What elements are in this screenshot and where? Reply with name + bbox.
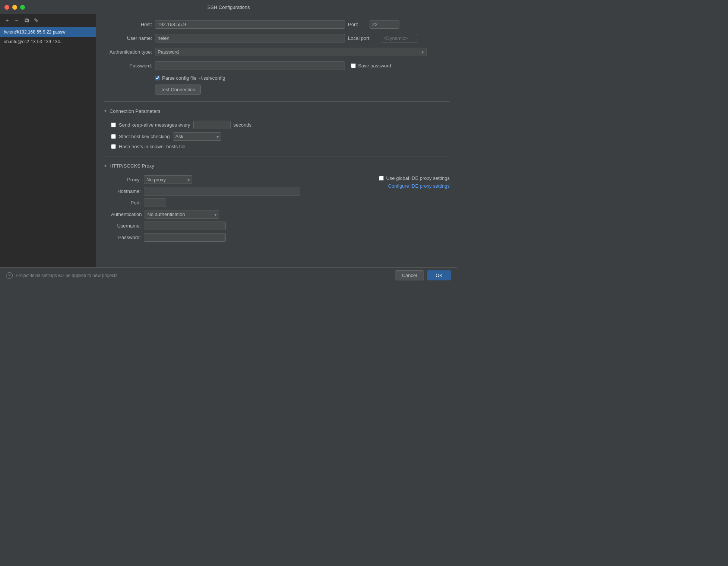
proxy-right: Use global IDE proxy settings Configure …: [379, 175, 450, 189]
connection-params-chevron-icon: ▼: [104, 109, 107, 113]
host-input[interactable]: [155, 20, 345, 29]
proxy-port-label: Port:: [111, 200, 141, 206]
proxy-username-row: Username:: [111, 222, 379, 230]
content-panel: Host: Port: User name: Local port: Authe…: [96, 14, 457, 267]
sidebar: + − ⧉ ✎ helen@192.168.55.9:22 passw ubun…: [0, 14, 96, 267]
auth-type-row: Authentication type: Password Key pair O…: [104, 48, 450, 56]
proxy-port-row: Port:: [111, 198, 379, 207]
proxy-password-input[interactable]: [144, 233, 226, 242]
proxy-port-input[interactable]: [144, 198, 166, 207]
proxy-auth-select-wrapper: No authentication Password Key pair ▾: [145, 210, 219, 219]
parse-config-checkbox[interactable]: [155, 76, 160, 80]
hash-hosts-checkbox[interactable]: [111, 144, 116, 149]
title-bar: SSH Configurations: [0, 0, 457, 14]
port-label: Port:: [348, 22, 367, 27]
bottom-help: ? Project-level settings will be applied…: [6, 272, 391, 279]
proxy-hostname-row: Hostname:: [111, 187, 379, 195]
sidebar-toolbar: + − ⧉ ✎: [0, 14, 96, 27]
hash-hosts-label: Hash hosts in known_hosts file: [119, 144, 185, 149]
proxy-header[interactable]: ▼ HTTP/SOCKS Proxy: [104, 163, 450, 169]
auth-type-select[interactable]: Password Key pair OpenSSH config and aut…: [155, 48, 427, 56]
connection-params-body: Send keep-alive messages every seconds S…: [104, 121, 450, 149]
main-layout: + − ⧉ ✎ helen@192.168.55.9:22 passw ubun…: [0, 14, 457, 267]
save-password-label: Save password: [358, 63, 391, 69]
proxy-select-wrapper: No proxy HTTP SOCKS4 SOCKS5 ▾: [144, 175, 192, 184]
username-label: User name:: [104, 35, 152, 41]
add-button[interactable]: +: [3, 16, 11, 25]
ok-button[interactable]: OK: [427, 270, 451, 280]
save-password-checkbox[interactable]: [351, 63, 356, 68]
username-input[interactable]: [155, 34, 345, 42]
cancel-button[interactable]: Cancel: [395, 270, 424, 280]
port-input[interactable]: [370, 20, 399, 29]
proxy-chevron-icon: ▼: [104, 164, 107, 168]
password-row: Password: Save password: [104, 61, 450, 70]
proxy-password-row: Password:: [111, 233, 379, 242]
strict-host-select[interactable]: Ask Yes No: [173, 132, 221, 141]
auth-type-label: Authentication type:: [104, 49, 152, 55]
keep-alive-label: Send keep-alive messages every: [119, 122, 190, 128]
proxy-auth-label: Authentication: [111, 212, 142, 217]
auth-type-select-wrapper: Password Key pair OpenSSH config and aut…: [155, 48, 427, 56]
password-input[interactable]: [155, 61, 345, 70]
use-global-proxy-checkbox[interactable]: [379, 176, 384, 181]
seconds-label: seconds: [234, 122, 251, 128]
strict-host-row: Strict host key checking Ask Yes No ▾: [111, 132, 450, 141]
username-row: User name: Local port:: [104, 34, 450, 42]
remove-button[interactable]: −: [13, 16, 21, 25]
keep-alive-row: Send keep-alive messages every seconds: [111, 121, 450, 129]
strict-host-label: Strict host key checking: [119, 134, 170, 139]
strict-host-select-wrapper: Ask Yes No ▾: [173, 132, 221, 141]
parse-config-row: Parse config file ~/.ssh/config: [155, 75, 450, 81]
proxy-username-label: Username:: [111, 223, 141, 229]
edit-button[interactable]: ✎: [32, 16, 40, 25]
password-label: Password:: [104, 63, 152, 69]
local-port-label: Local port:: [348, 35, 378, 41]
proxy-field-label: Proxy:: [111, 177, 141, 182]
proxy-select[interactable]: No proxy HTTP SOCKS4 SOCKS5: [144, 175, 192, 184]
proxy-auth-select[interactable]: No authentication Password Key pair: [145, 210, 219, 219]
global-proxy-row: Use global IDE proxy settings: [379, 175, 450, 181]
proxy-body: Proxy: No proxy HTTP SOCKS4 SOCKS5 ▾: [104, 175, 450, 242]
proxy-select-row: Proxy: No proxy HTTP SOCKS4 SOCKS5 ▾: [111, 175, 379, 184]
sidebar-item-0[interactable]: helen@192.168.55.9:22 passw: [0, 27, 96, 37]
keep-alive-checkbox[interactable]: [111, 123, 116, 127]
proxy-label: HTTP/SOCKS Proxy: [110, 163, 154, 169]
divider-1: [104, 101, 450, 102]
sidebar-item-1[interactable]: ubuntu@ec2-13-53-139-134...: [0, 37, 96, 47]
bottom-bar: ? Project-level settings will be applied…: [0, 267, 457, 283]
proxy-hostname-label: Hostname:: [111, 188, 141, 194]
connection-params-header[interactable]: ▼ Connection Parameters: [104, 108, 450, 114]
window-controls[interactable]: [4, 5, 25, 10]
hash-hosts-row: Hash hosts in known_hosts file: [111, 144, 450, 149]
sidebar-list: helen@192.168.55.9:22 passw ubuntu@ec2-1…: [0, 27, 96, 267]
proxy-auth-row: Authentication No authentication Passwor…: [111, 210, 379, 219]
window-title: SSH Configurations: [207, 4, 250, 10]
maximize-button[interactable]: [20, 5, 25, 10]
save-password-row[interactable]: Save password: [351, 63, 391, 69]
close-button[interactable]: [4, 5, 9, 10]
host-row: Host: Port:: [104, 20, 450, 29]
configure-proxy-link[interactable]: Configure IDE proxy settings: [388, 183, 450, 189]
strict-host-checkbox[interactable]: [111, 134, 116, 139]
minimize-button[interactable]: [12, 5, 17, 10]
proxy-password-label: Password:: [111, 235, 141, 240]
connection-params-label: Connection Parameters: [110, 108, 161, 114]
keep-alive-input[interactable]: [193, 121, 231, 129]
bottom-actions: Cancel OK: [395, 270, 451, 280]
bottom-help-text: Project-level settings will be applied t…: [16, 273, 117, 278]
proxy-left: Proxy: No proxy HTTP SOCKS4 SOCKS5 ▾: [111, 175, 379, 242]
proxy-top-row: Proxy: No proxy HTTP SOCKS4 SOCKS5 ▾: [111, 175, 450, 242]
host-label: Host:: [104, 22, 152, 27]
copy-button[interactable]: ⧉: [22, 16, 31, 25]
test-connection-button[interactable]: Test Connection: [155, 85, 201, 95]
proxy-username-input[interactable]: [144, 222, 226, 230]
local-port-input[interactable]: [381, 34, 418, 42]
parse-config-label: Parse config file ~/.ssh/config: [162, 75, 225, 81]
divider-2: [104, 156, 450, 156]
test-connection-wrapper: Test Connection: [104, 85, 450, 95]
proxy-hostname-input[interactable]: [144, 187, 300, 195]
help-icon[interactable]: ?: [6, 272, 13, 279]
use-global-proxy-label: Use global IDE proxy settings: [386, 175, 450, 181]
